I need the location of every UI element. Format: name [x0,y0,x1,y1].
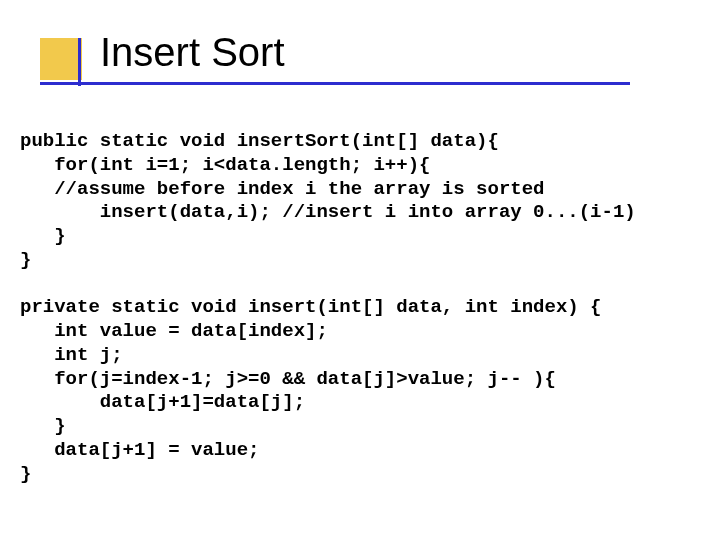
slide-title: Insert Sort [100,30,285,75]
code-line: data[j+1] = value; [20,439,259,461]
accent-vertical-line [78,38,81,86]
code-line: public static void insertSort(int[] data… [20,130,499,152]
code-line: insert(data,i); //insert i into array 0.… [20,201,636,223]
code-line: int j; [20,344,123,366]
code-line: //assume before index i the array is sor… [20,178,545,200]
code-line: } [20,249,31,271]
code-line: } [20,415,66,437]
code-line: int value = data[index]; [20,320,328,342]
code-block: public static void insertSort(int[] data… [20,130,636,486]
accent-square [40,38,82,80]
accent-horizontal-line [40,82,630,85]
code-line: } [20,463,31,485]
code-line: for(j=index-1; j>=0 && data[j]>value; j-… [20,368,556,390]
code-line: } [20,225,66,247]
code-line: private static void insert(int[] data, i… [20,296,602,318]
slide-header: Insert Sort [0,0,720,118]
code-line: for(int i=1; i<data.length; i++){ [20,154,430,176]
code-line: data[j+1]=data[j]; [20,391,305,413]
